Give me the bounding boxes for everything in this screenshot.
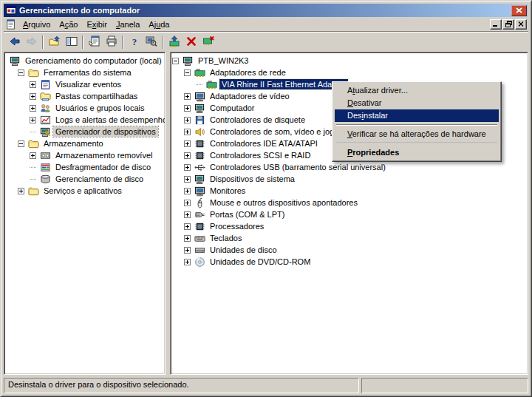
tree-item-visualizar-eventos[interactable]: Visualizar eventos [6, 78, 165, 90]
tree-item-monitores[interactable]: Monitores [172, 185, 528, 197]
tree-indent [172, 143, 184, 144]
context-menu-item-desinstalar[interactable]: Desinstalar [335, 109, 499, 122]
disk-icon [39, 173, 51, 185]
titlebar[interactable]: Gerenciamento do computador [4, 4, 528, 17]
video-icon [194, 90, 205, 102]
expander-plus-icon[interactable] [184, 223, 192, 230]
expander-minus-icon[interactable] [172, 58, 180, 64]
update-driver-button[interactable] [166, 34, 183, 50]
expander-minus-icon[interactable] [18, 140, 26, 147]
expander-minus-icon[interactable] [184, 69, 192, 76]
computer-management-window: Gerenciamento do computador ArquivoAçãoE… [0, 0, 532, 397]
tree-item-controladores-usb-barramento-serial-universal[interactable]: Controladores USB (barramento serial uni… [172, 161, 528, 173]
expander-plus-icon[interactable] [30, 81, 38, 88]
tree-item-processadores[interactable]: Processadores [172, 220, 528, 232]
tree-item-unidades-de-disco[interactable]: Unidades de disco [172, 244, 528, 256]
tree-item-label: Controladores USB (barramento serial uni… [208, 162, 388, 172]
tree-item-portas-com-lpt[interactable]: Portas (COM & LPT) [172, 208, 528, 220]
forward-button[interactable] [23, 34, 40, 50]
expander-minus-icon[interactable] [18, 69, 26, 76]
tree-item-servicos-e-aplicativos[interactable]: Serviços e aplicativos [6, 185, 165, 197]
tree-item-desfragmentador-de-disco[interactable]: Desfragmentador de disco [6, 161, 165, 173]
mdi-restore-button[interactable] [502, 19, 514, 30]
menu-janela[interactable]: Janela [112, 18, 144, 30]
back-icon [9, 35, 21, 49]
tree-item-ptb-win2k3[interactable]: PTB_WIN2K3 [172, 55, 528, 67]
expander-plus-icon[interactable] [184, 235, 192, 242]
back-button[interactable] [6, 34, 23, 50]
up-level-button[interactable] [46, 34, 63, 50]
tree-item-dispositivos-de-sistema[interactable]: Dispositivos de sistema [172, 173, 528, 185]
tree-item-gerenciador-de-dispositivos[interactable]: Gerenciador de dispositivos [6, 126, 165, 138]
toolbar-separator [42, 35, 44, 49]
properties-button[interactable] [86, 34, 103, 50]
expander-plus-icon[interactable] [184, 200, 192, 206]
removable-icon [39, 149, 51, 161]
tree-indent [172, 238, 184, 239]
tree-indent [172, 155, 184, 156]
tree-item-unidades-de-dvd-cd-rom[interactable]: Unidades de DVD/CD-ROM [172, 256, 528, 268]
tree-item-label: Mouse e outros dispositivos apontadores [208, 197, 360, 208]
menu-arquivo[interactable]: Arquivo [18, 18, 55, 30]
tree-indent [172, 226, 184, 227]
tree-item-ferramentas-do-sistema[interactable]: Ferramentas do sistema [6, 67, 165, 78]
tree-item-mouse-e-outros-dispositivos-apontadores[interactable]: Mouse e outros dispositivos apontadores [172, 197, 528, 208]
tree-item-pastas-compartilhadas[interactable]: Pastas compartilhadas [6, 90, 165, 102]
expander-plus-icon[interactable] [184, 129, 192, 135]
expander-plus-icon[interactable] [184, 247, 192, 254]
scan-hardware-changes-button[interactable] [143, 34, 160, 50]
expander-plus-icon[interactable] [184, 105, 192, 112]
tree-item-gerenciamento-de-disco[interactable]: Gerenciamento de disco [6, 173, 165, 185]
context-menu-item-verificar-se-ha-alteracoes-de-hardware[interactable]: Verificar se há alterações de hardware [335, 128, 499, 140]
show-hide-console-tree-button[interactable] [63, 34, 80, 50]
ports-icon [194, 208, 205, 220]
expander-plus-icon[interactable] [184, 117, 192, 123]
expander-plus-icon[interactable] [184, 140, 192, 147]
close-button[interactable] [511, 5, 527, 16]
menu-exibir[interactable]: Exibir [82, 18, 112, 30]
expander-plus-icon[interactable] [184, 176, 192, 183]
tree-item-armazenamento[interactable]: Armazenamento [6, 138, 165, 149]
help-button[interactable]: ? [126, 34, 143, 50]
expander-plus-icon[interactable] [184, 188, 192, 194]
toolbar-separator [162, 35, 163, 49]
tree-item-teclados[interactable]: Teclados [172, 232, 528, 244]
tree-item-label: Logs e alertas de desempenho [53, 115, 166, 125]
mdi-minimize-button[interactable] [490, 19, 502, 30]
update-icon [168, 35, 180, 49]
mouse-icon [194, 197, 205, 208]
expander-plus-icon[interactable] [30, 152, 38, 159]
tree-item-gerenciamento-do-computador-local[interactable]: Gerenciamento do computador (local) [6, 55, 165, 67]
tree-item-adaptadores-de-rede[interactable]: Adaptadores de rede [172, 67, 528, 78]
tree-item-label: Armazenamento removível [53, 150, 154, 160]
toolbar: ? [4, 32, 528, 51]
tree-indent [6, 84, 30, 85]
expander-plus-icon[interactable] [18, 188, 26, 194]
menu-acao[interactable]: Ação [55, 18, 82, 30]
tree-item-armazenamento-removivel[interactable]: Armazenamento removível [6, 149, 165, 161]
tree-item-label: Monitores [208, 186, 248, 196]
expander-plus-icon[interactable] [184, 152, 192, 159]
context-menu-item-propriedades[interactable]: Propriedades [335, 146, 499, 159]
expander-plus-icon[interactable] [30, 117, 38, 123]
tree-item-label: Processadores [208, 221, 266, 231]
expander-plus-icon[interactable] [30, 105, 38, 112]
folder-icon [27, 185, 39, 197]
uninstall-device-button[interactable] [200, 34, 216, 50]
tree-item-usuarios-e-grupos-locais[interactable]: Usuários e grupos locais [6, 102, 165, 114]
expander-plus-icon[interactable] [184, 211, 192, 218]
context-menu-item-atualizar-driver[interactable]: Atualizar driver... [335, 84, 499, 97]
expander-plus-icon[interactable] [30, 93, 38, 100]
disable-device-button[interactable] [183, 34, 200, 50]
tree-item-logs-e-alertas-de-desempenho[interactable]: Logs e alertas de desempenho [6, 114, 165, 126]
context-menu-item-desativar[interactable]: Desativar [335, 97, 499, 109]
expander-plus-icon[interactable] [184, 93, 192, 100]
menu-ajuda[interactable]: Ajuda [144, 18, 174, 30]
status-panel: Desinstala o driver para o dispositivo s… [4, 378, 359, 393]
forward-icon [26, 35, 38, 49]
mdi-close-button[interactable] [515, 19, 527, 30]
expander-plus-icon[interactable] [184, 259, 192, 265]
print-button[interactable] [103, 34, 120, 50]
tree-indent [6, 167, 30, 168]
expander-plus-icon[interactable] [184, 164, 192, 171]
